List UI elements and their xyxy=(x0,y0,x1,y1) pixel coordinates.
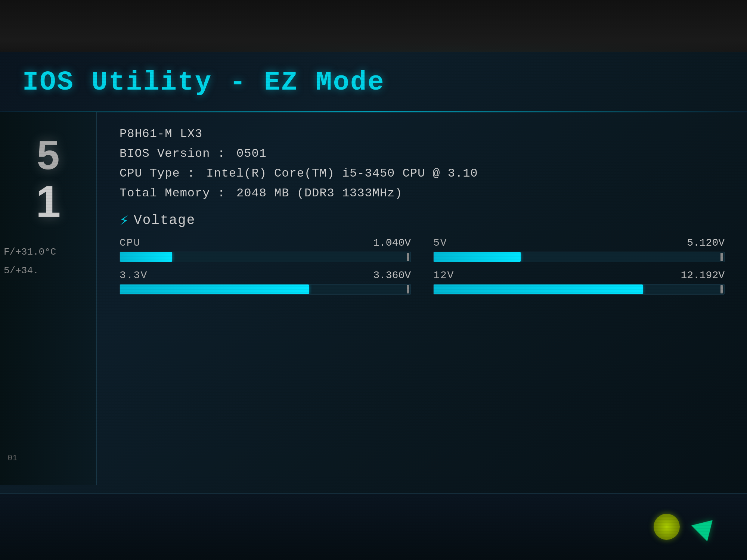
voltage-bar-marker-3v3 xyxy=(407,285,409,293)
memory-label: Total Memory : xyxy=(120,186,225,200)
voltage-bar-marker-cpu xyxy=(407,253,409,261)
logo-char-2: 1 xyxy=(36,179,61,224)
voltage-bar-marker-12v xyxy=(720,285,723,293)
bottom-arrow-icon xyxy=(691,512,720,541)
voltage-bar-fill-12v xyxy=(434,284,643,294)
temp-readings: F/+31.0°C 5/+34. xyxy=(4,246,56,276)
cpu-type-label: CPU Type : xyxy=(120,167,195,180)
voltage-section: ⚡ Voltage CPU 1.040V xyxy=(120,211,725,295)
voltage-bar-5v xyxy=(433,252,725,262)
voltage-bar-marker-5v xyxy=(720,253,723,261)
voltage-item-5v: 5V 5.120V xyxy=(433,237,725,262)
bottom-circle-icon xyxy=(654,514,680,540)
cpu-type-line: CPU Type : Intel(R) Core(TM) i5-3450 CPU… xyxy=(120,167,725,180)
voltage-row-5v: 5V 5.120V xyxy=(433,237,725,249)
logo-char-1: 5 xyxy=(36,134,61,175)
voltage-label-3v3: 3.3V xyxy=(120,270,148,281)
memory-line: Total Memory : 2048 MB (DDR3 1333MHz) xyxy=(120,186,725,200)
voltage-value-12v: 12.192V xyxy=(681,270,725,281)
voltage-bar-fill-5v xyxy=(434,252,521,262)
bios-version-value: 0501 xyxy=(236,147,267,161)
temp-line-1: F/+31.0°C xyxy=(4,246,56,258)
voltage-bar-fill-3v3 xyxy=(120,284,309,294)
left-panel: 5 1 F/+31.0°C 5/+34. 01 xyxy=(0,112,97,485)
voltage-bar-3v3 xyxy=(120,284,411,295)
asus-logo: 5 1 xyxy=(36,134,61,224)
voltage-bar-fill-cpu xyxy=(120,252,172,262)
voltage-title: Voltage xyxy=(134,213,195,228)
cpu-type-value: Intel(R) Core(TM) i5-3450 CPU @ 3.10 xyxy=(206,167,478,180)
bios-version-line: BIOS Version : 0501 xyxy=(120,147,725,161)
bios-content: IOS Utility - EZ Mode 5 1 F/+31.0°C 5/+3… xyxy=(0,52,747,560)
voltage-grid: CPU 1.040V 5V 5.120V xyxy=(120,237,725,295)
voltage-bar-12v xyxy=(433,284,725,295)
lightning-icon: ⚡ xyxy=(120,211,128,230)
voltage-label-5v: 5V xyxy=(433,237,447,249)
bios-version-label: BIOS Version : xyxy=(120,147,225,161)
info-block: P8H61-M LX3 BIOS Version : 0501 CPU Type… xyxy=(120,127,725,200)
voltage-label-12v: 12V xyxy=(433,270,454,281)
main-info-panel: P8H61-M LX3 BIOS Version : 0501 CPU Type… xyxy=(97,112,747,309)
voltage-row-cpu: CPU 1.040V xyxy=(120,237,411,249)
voltage-value-3v3: 3.360V xyxy=(373,270,411,281)
voltage-row-3v3: 3.3V 3.360V xyxy=(120,270,411,281)
bottom-bar xyxy=(0,493,747,560)
monitor-screen: IOS Utility - EZ Mode 5 1 F/+31.0°C 5/+3… xyxy=(0,52,747,560)
voltage-item-cpu: CPU 1.040V xyxy=(120,237,411,262)
voltage-label-cpu: CPU xyxy=(120,237,140,249)
motherboard-name: P8H61-M LX3 xyxy=(120,127,725,141)
bottom-left-text: 01 xyxy=(7,454,17,463)
voltage-value-5v: 5.120V xyxy=(687,237,725,249)
memory-value: 2048 MB (DDR3 1333MHz) xyxy=(236,186,402,200)
voltage-item-3v3: 3.3V 3.360V xyxy=(120,270,411,295)
title-bar: IOS Utility - EZ Mode xyxy=(0,63,747,102)
temp-line-2: 5/+34. xyxy=(4,265,56,276)
voltage-row-12v: 12V 12.192V xyxy=(433,270,725,281)
voltage-item-12v: 12V 12.192V xyxy=(433,270,725,295)
bios-title: IOS Utility - EZ Mode xyxy=(22,67,385,98)
voltage-bar-cpu xyxy=(120,252,411,262)
voltage-header: ⚡ Voltage xyxy=(120,211,725,230)
voltage-value-cpu: 1.040V xyxy=(373,237,411,249)
